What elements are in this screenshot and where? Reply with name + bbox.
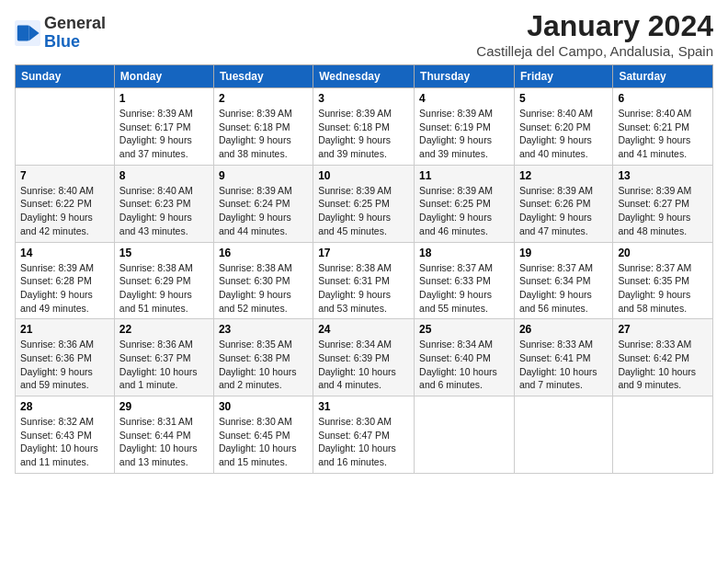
calendar-cell: 11Sunrise: 8:39 AMSunset: 6:25 PMDayligh… bbox=[415, 165, 515, 242]
day-info: Sunrise: 8:30 AMSunset: 6:45 PMDaylight:… bbox=[219, 415, 308, 469]
calendar-week-row: 7Sunrise: 8:40 AMSunset: 6:22 PMDaylight… bbox=[16, 165, 713, 242]
calendar-week-row: 21Sunrise: 8:36 AMSunset: 6:36 PMDayligh… bbox=[16, 319, 713, 396]
calendar-cell: 8Sunrise: 8:40 AMSunset: 6:23 PMDaylight… bbox=[114, 165, 213, 242]
logo-icon bbox=[15, 20, 40, 46]
calendar-cell: 14Sunrise: 8:39 AMSunset: 6:28 PMDayligh… bbox=[16, 242, 115, 319]
calendar-cell: 23Sunrise: 8:35 AMSunset: 6:38 PMDayligh… bbox=[213, 319, 313, 396]
calendar-cell: 30Sunrise: 8:30 AMSunset: 6:45 PMDayligh… bbox=[213, 396, 313, 474]
calendar-cell: 9Sunrise: 8:39 AMSunset: 6:24 PMDaylight… bbox=[213, 165, 313, 242]
day-number: 30 bbox=[219, 400, 308, 413]
calendar-cell: 1Sunrise: 8:39 AMSunset: 6:17 PMDaylight… bbox=[114, 88, 213, 166]
day-info: Sunrise: 8:39 AMSunset: 6:18 PMDaylight:… bbox=[318, 107, 409, 161]
calendar-cell: 6Sunrise: 8:40 AMSunset: 6:21 PMDaylight… bbox=[613, 88, 713, 166]
day-number: 22 bbox=[119, 323, 209, 336]
day-number: 18 bbox=[419, 247, 509, 259]
day-info: Sunrise: 8:33 AMSunset: 6:42 PMDaylight:… bbox=[618, 338, 708, 392]
weekday-header: Tuesday bbox=[213, 65, 313, 88]
day-number: 19 bbox=[519, 247, 608, 259]
day-number: 12 bbox=[519, 169, 608, 182]
calendar-cell: 22Sunrise: 8:36 AMSunset: 6:37 PMDayligh… bbox=[114, 319, 213, 396]
day-info: Sunrise: 8:39 AMSunset: 6:18 PMDaylight:… bbox=[219, 107, 308, 161]
day-info: Sunrise: 8:39 AMSunset: 6:27 PMDaylight:… bbox=[618, 184, 708, 238]
day-number: 26 bbox=[519, 323, 608, 336]
calendar-cell bbox=[16, 88, 115, 166]
day-info: Sunrise: 8:39 AMSunset: 6:28 PMDaylight:… bbox=[20, 261, 109, 316]
calendar-cell: 24Sunrise: 8:34 AMSunset: 6:39 PMDayligh… bbox=[313, 319, 415, 396]
day-number: 15 bbox=[119, 247, 209, 259]
day-info: Sunrise: 8:33 AMSunset: 6:41 PMDaylight:… bbox=[519, 338, 608, 392]
day-info: Sunrise: 8:30 AMSunset: 6:47 PMDaylight:… bbox=[318, 415, 409, 469]
day-number: 27 bbox=[618, 323, 708, 336]
calendar-cell: 10Sunrise: 8:39 AMSunset: 6:25 PMDayligh… bbox=[313, 165, 415, 242]
day-info: Sunrise: 8:36 AMSunset: 6:37 PMDaylight:… bbox=[119, 338, 209, 392]
day-number: 21 bbox=[20, 323, 109, 336]
weekday-header: Saturday bbox=[613, 65, 713, 88]
day-number: 23 bbox=[219, 323, 308, 336]
weekday-header: Monday bbox=[114, 65, 213, 88]
day-number: 11 bbox=[419, 169, 509, 182]
weekday-header-row: SundayMondayTuesdayWednesdayThursdayFrid… bbox=[16, 65, 713, 88]
day-number: 7 bbox=[20, 169, 109, 182]
calendar-cell: 2Sunrise: 8:39 AMSunset: 6:18 PMDaylight… bbox=[213, 88, 313, 166]
day-info: Sunrise: 8:39 AMSunset: 6:26 PMDaylight:… bbox=[519, 184, 608, 238]
calendar-cell bbox=[514, 396, 612, 474]
calendar-cell: 19Sunrise: 8:37 AMSunset: 6:34 PMDayligh… bbox=[514, 242, 612, 319]
logo: General Blue bbox=[15, 15, 106, 52]
day-number: 28 bbox=[20, 400, 109, 413]
calendar-cell bbox=[613, 396, 713, 474]
calendar-table: SundayMondayTuesdayWednesdayThursdayFrid… bbox=[15, 64, 713, 474]
calendar-cell: 26Sunrise: 8:33 AMSunset: 6:41 PMDayligh… bbox=[514, 319, 612, 396]
day-number: 16 bbox=[219, 247, 308, 259]
weekday-header: Thursday bbox=[415, 65, 515, 88]
day-number: 8 bbox=[119, 169, 209, 182]
day-info: Sunrise: 8:39 AMSunset: 6:19 PMDaylight:… bbox=[419, 107, 509, 161]
calendar-cell: 3Sunrise: 8:39 AMSunset: 6:18 PMDaylight… bbox=[313, 88, 415, 166]
calendar-cell: 27Sunrise: 8:33 AMSunset: 6:42 PMDayligh… bbox=[613, 319, 713, 396]
day-info: Sunrise: 8:37 AMSunset: 6:35 PMDaylight:… bbox=[618, 261, 708, 316]
day-number: 17 bbox=[318, 247, 409, 259]
day-info: Sunrise: 8:38 AMSunset: 6:31 PMDaylight:… bbox=[318, 261, 409, 316]
calendar-cell: 29Sunrise: 8:31 AMSunset: 6:44 PMDayligh… bbox=[114, 396, 213, 474]
day-number: 29 bbox=[119, 400, 209, 413]
day-info: Sunrise: 8:39 AMSunset: 6:17 PMDaylight:… bbox=[119, 107, 209, 161]
calendar-cell: 20Sunrise: 8:37 AMSunset: 6:35 PMDayligh… bbox=[613, 242, 713, 319]
day-number: 20 bbox=[618, 247, 708, 259]
day-info: Sunrise: 8:34 AMSunset: 6:39 PMDaylight:… bbox=[318, 338, 409, 392]
calendar-cell: 21Sunrise: 8:36 AMSunset: 6:36 PMDayligh… bbox=[16, 319, 115, 396]
calendar-cell bbox=[415, 396, 515, 474]
calendar-cell: 4Sunrise: 8:39 AMSunset: 6:19 PMDaylight… bbox=[415, 88, 515, 166]
calendar-cell: 15Sunrise: 8:38 AMSunset: 6:29 PMDayligh… bbox=[114, 242, 213, 319]
calendar-title: January 2024 bbox=[476, 9, 713, 43]
day-info: Sunrise: 8:39 AMSunset: 6:25 PMDaylight:… bbox=[419, 184, 509, 238]
title-block: January 2024 Castilleja del Campo, Andal… bbox=[476, 9, 713, 59]
day-info: Sunrise: 8:32 AMSunset: 6:43 PMDaylight:… bbox=[20, 415, 109, 469]
calendar-cell: 16Sunrise: 8:38 AMSunset: 6:30 PMDayligh… bbox=[213, 242, 313, 319]
day-number: 6 bbox=[618, 92, 708, 105]
calendar-cell: 5Sunrise: 8:40 AMSunset: 6:20 PMDaylight… bbox=[514, 88, 612, 166]
day-info: Sunrise: 8:38 AMSunset: 6:29 PMDaylight:… bbox=[119, 261, 209, 316]
logo-text: General Blue bbox=[44, 15, 106, 52]
header: General Blue January 2024 Castilleja del… bbox=[15, 9, 713, 59]
calendar-subtitle: Castilleja del Campo, Andalusia, Spain bbox=[476, 43, 713, 59]
weekday-header: Sunday bbox=[16, 65, 115, 88]
day-number: 1 bbox=[119, 92, 209, 105]
calendar-week-row: 28Sunrise: 8:32 AMSunset: 6:43 PMDayligh… bbox=[16, 396, 713, 474]
day-info: Sunrise: 8:37 AMSunset: 6:33 PMDaylight:… bbox=[419, 261, 509, 316]
day-info: Sunrise: 8:40 AMSunset: 6:21 PMDaylight:… bbox=[618, 107, 708, 161]
calendar-week-row: 1Sunrise: 8:39 AMSunset: 6:17 PMDaylight… bbox=[16, 88, 713, 166]
calendar-cell: 18Sunrise: 8:37 AMSunset: 6:33 PMDayligh… bbox=[415, 242, 515, 319]
day-number: 14 bbox=[20, 247, 109, 259]
weekday-header: Wednesday bbox=[313, 65, 415, 88]
day-info: Sunrise: 8:36 AMSunset: 6:36 PMDaylight:… bbox=[20, 338, 109, 392]
day-info: Sunrise: 8:39 AMSunset: 6:25 PMDaylight:… bbox=[318, 184, 409, 238]
day-info: Sunrise: 8:40 AMSunset: 6:23 PMDaylight:… bbox=[119, 184, 209, 238]
svg-rect-2 bbox=[17, 25, 29, 40]
day-info: Sunrise: 8:37 AMSunset: 6:34 PMDaylight:… bbox=[519, 261, 608, 316]
day-number: 3 bbox=[318, 92, 409, 105]
day-number: 24 bbox=[318, 323, 409, 336]
day-info: Sunrise: 8:38 AMSunset: 6:30 PMDaylight:… bbox=[219, 261, 308, 316]
calendar-cell: 7Sunrise: 8:40 AMSunset: 6:22 PMDaylight… bbox=[16, 165, 115, 242]
weekday-header: Friday bbox=[514, 65, 612, 88]
day-info: Sunrise: 8:31 AMSunset: 6:44 PMDaylight:… bbox=[119, 415, 209, 469]
day-number: 31 bbox=[318, 400, 409, 413]
